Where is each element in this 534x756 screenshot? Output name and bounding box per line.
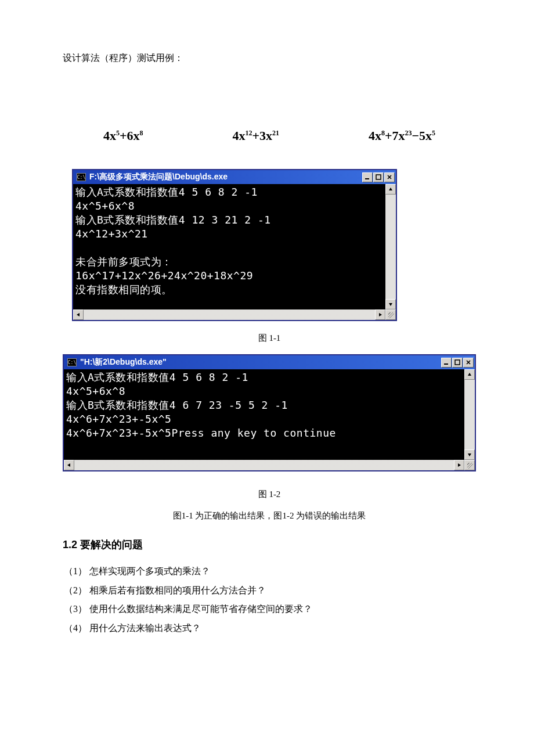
- formula-2: 4x12+3x21: [232, 128, 279, 143]
- titlebar[interactable]: C:\ "H:\新2\Debug\ds.exe": [64, 355, 475, 369]
- horizontal-scrollbar[interactable]: [73, 309, 385, 320]
- cmd-icon: C:\: [77, 173, 86, 181]
- vertical-scrollbar[interactable]: [385, 184, 396, 309]
- term: +6x: [120, 128, 140, 143]
- console-window-1: C:\ F:\高级多项式乘法问题\Debug\ds.exe 输入A式系数和指数值…: [72, 169, 397, 321]
- exp: 8: [140, 129, 143, 137]
- svg-marker-4: [389, 188, 392, 190]
- list-item: （4） 用什么方法来输出表达式？: [64, 619, 476, 638]
- svg-rect-8: [444, 363, 448, 365]
- console-output: 输入A式系数和指数值4 5 6 8 2 -1 4x^5+6x^8 输入B式系数和…: [73, 184, 385, 309]
- close-button[interactable]: [463, 358, 474, 368]
- console-output: 输入A式系数和指数值4 5 6 8 2 -1 4x^5+6x^8 输入B式系数和…: [64, 369, 464, 460]
- svg-marker-15: [458, 463, 461, 467]
- resize-grip[interactable]: [464, 460, 475, 470]
- console-window-2: C:\ "H:\新2\Debug\ds.exe" 输入A式系数和指数值4 5 6…: [63, 354, 476, 471]
- term: 4x: [103, 128, 116, 143]
- window-title: "H:\新2\Debug\ds.exe": [80, 357, 167, 368]
- exp: 21: [272, 129, 279, 137]
- formula-row: 4x5+6x8 4x12+3x21 4x8+7x23−5x5: [63, 128, 476, 143]
- maximize-button[interactable]: [452, 358, 463, 368]
- svg-marker-6: [77, 313, 80, 316]
- scroll-right-button[interactable]: [375, 309, 385, 320]
- figure-caption-1: 图 1-1: [63, 333, 476, 344]
- formula-1: 4x5+6x8: [103, 128, 143, 143]
- question-list: （1） 怎样实现两个多项式的乘法？ （2） 相乘后若有指数相同的项用什么方法合并…: [63, 562, 476, 638]
- titlebar[interactable]: C:\ F:\高级多项式乘法问题\Debug\ds.exe: [73, 170, 396, 184]
- figure-caption-2: 图 1-2: [63, 489, 476, 500]
- scroll-track[interactable]: [84, 309, 375, 320]
- svg-rect-1: [376, 175, 381, 179]
- exp: 12: [245, 129, 252, 137]
- svg-marker-7: [379, 313, 382, 316]
- list-item: （1） 怎样实现两个多项式的乘法？: [64, 562, 476, 581]
- term: 4x: [369, 128, 381, 143]
- scroll-up-button[interactable]: [385, 184, 396, 195]
- scroll-down-button[interactable]: [464, 449, 475, 460]
- term: −5x: [412, 128, 432, 143]
- list-item: （2） 相乘后若有指数相同的项用什么方法合并？: [64, 581, 476, 600]
- scroll-left-button[interactable]: [73, 309, 84, 320]
- cmd-icon: C:\: [67, 358, 77, 366]
- svg-marker-13: [468, 453, 471, 456]
- svg-rect-0: [365, 178, 369, 179]
- horizontal-scrollbar[interactable]: [64, 460, 464, 470]
- exp: 5: [432, 129, 435, 137]
- intro-text: 设计算法（程序）测试用例：: [63, 52, 476, 64]
- svg-marker-14: [67, 463, 70, 467]
- scroll-track[interactable]: [464, 380, 475, 449]
- figure-caption-note: 图1-1 为正确的输出结果，图1-2 为错误的输出结果: [63, 510, 476, 521]
- exp: 23: [405, 129, 412, 137]
- window-title: F:\高级多项式乘法问题\Debug\ds.exe: [89, 172, 228, 182]
- resize-grip[interactable]: [385, 309, 396, 320]
- scroll-up-button[interactable]: [464, 369, 475, 380]
- formula-3: 4x8+7x23−5x5: [369, 128, 435, 143]
- maximize-button[interactable]: [373, 172, 384, 182]
- scroll-right-button[interactable]: [454, 460, 464, 470]
- list-item: （3） 使用什么数据结构来满足尽可能节省存储空间的要求？: [64, 600, 476, 619]
- minimize-button[interactable]: [362, 172, 373, 182]
- section-heading: 1.2 要解决的问题: [63, 538, 476, 552]
- scroll-track[interactable]: [74, 460, 454, 470]
- scroll-down-button[interactable]: [385, 299, 396, 309]
- svg-rect-9: [455, 360, 460, 365]
- term: +3x: [252, 128, 272, 143]
- svg-marker-12: [468, 373, 471, 376]
- term: 4x: [232, 128, 245, 143]
- vertical-scrollbar[interactable]: [464, 369, 475, 460]
- close-button[interactable]: [384, 172, 395, 182]
- minimize-button[interactable]: [441, 358, 452, 368]
- scroll-track[interactable]: [385, 195, 396, 299]
- svg-marker-5: [389, 303, 392, 306]
- term: +7x: [385, 128, 405, 143]
- scroll-left-button[interactable]: [64, 460, 74, 470]
